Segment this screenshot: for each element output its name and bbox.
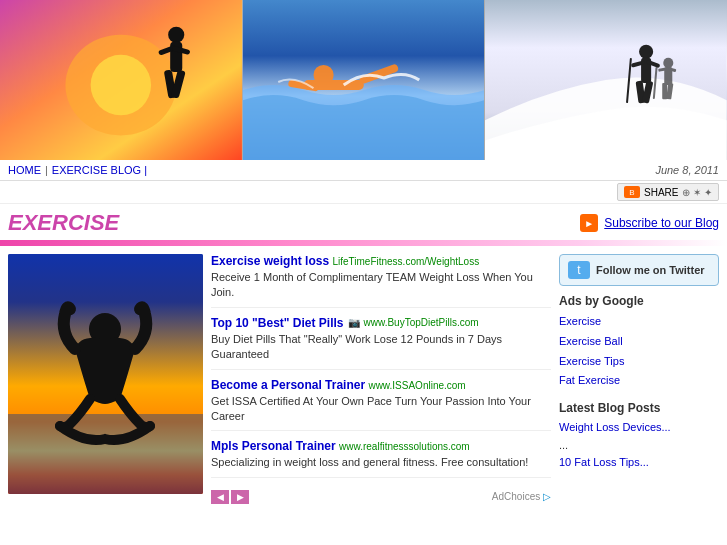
ad-footer: ◀ ▶ AdChoices ▷ <box>211 490 551 504</box>
sidebar-ad-fat-exercise[interactable]: Fat Exercise <box>559 371 719 391</box>
share-icons: ⊕ ✶ ✦ <box>682 187 712 198</box>
sidebar-ad-exercise-ball[interactable]: Exercise Ball <box>559 332 719 352</box>
header-image-hiker <box>485 0 727 160</box>
nav-home[interactable]: HOME <box>8 164 41 176</box>
ad-description-1: Receive 1 Month of Complimentary TEAM We… <box>211 270 551 301</box>
sidebar-ads-title: Ads by Google <box>559 294 719 308</box>
share-label: SHARE <box>644 187 678 198</box>
ad-description-3: Get ISSA Certified At Your Own Pace Turn… <box>211 394 551 425</box>
subscribe-text: Subscribe to our Blog <box>604 216 719 230</box>
sidebar-blog-post-1[interactable]: Weight Loss Devices... <box>559 421 671 433</box>
page-title: EXERCISE <box>8 210 119 236</box>
svg-point-3 <box>168 27 184 43</box>
ad-item-1: Exercise weight loss LifeTimeFitness.com… <box>211 254 551 308</box>
twitter-icon: t <box>568 261 590 279</box>
ad-description-2: Buy Diet Pills That "Really" Work Lose 1… <box>211 332 551 363</box>
ad-title-2[interactable]: Top 10 "Best" Diet Pills <box>211 316 344 330</box>
left-content: Exercise weight loss LifeTimeFitness.com… <box>8 254 551 504</box>
main-content: Exercise weight loss LifeTimeFitness.com… <box>0 246 727 512</box>
ad-next-button[interactable]: ▶ <box>231 490 249 504</box>
ad-choices-label: AdChoices ▷ <box>492 491 551 502</box>
nav-separator-1: | <box>45 164 48 176</box>
ad-description-4: Specializing in weight loss and general … <box>211 455 551 470</box>
ad-choices-arrow-icon: ▷ <box>543 491 551 502</box>
ad-item-2: Top 10 "Best" Diet Pills 📷 www.BuyTopDie… <box>211 316 551 370</box>
header-image-runner <box>0 0 242 160</box>
twitter-text: Follow me on Twitter <box>596 264 705 276</box>
ad-listings: Exercise weight loss LifeTimeFitness.com… <box>211 254 551 504</box>
ad-title-3[interactable]: Become a Personal Trainer <box>211 378 365 392</box>
share-widget[interactable]: B SHARE ⊕ ✶ ✦ <box>617 183 719 201</box>
sidebar-blog-post-2[interactable]: 10 Fat Loss Tips... <box>559 456 649 468</box>
ad-item-4: Mpls Personal Trainer www.realfitnesssol… <box>211 439 551 477</box>
ad-title-4[interactable]: Mpls Personal Trainer <box>211 439 336 453</box>
nav-bar: HOME | EXERCISE BLOG | June 8, 2011 <box>0 160 727 181</box>
ad-prev-button[interactable]: ◀ <box>211 490 229 504</box>
svg-rect-30 <box>8 414 203 494</box>
rss-icon: ► <box>580 214 598 232</box>
header-image-swimmer <box>242 0 486 160</box>
ad-nav: ◀ ▶ <box>211 490 249 504</box>
nav-date: June 8, 2011 <box>655 164 719 176</box>
sidebar-ad-exercise-tips[interactable]: Exercise Tips <box>559 352 719 372</box>
sidebar-blog-section: Latest Blog Posts Weight Loss Devices...… <box>559 401 719 472</box>
right-sidebar: t Follow me on Twitter Ads by Google Exe… <box>559 254 719 504</box>
svg-point-22 <box>664 58 674 68</box>
ad-sponsor-3[interactable]: www.ISSAOnline.com <box>368 380 465 391</box>
nav-blog[interactable]: EXERCISE BLOG | <box>52 164 147 176</box>
header-images <box>0 0 727 160</box>
ad-sponsor-2[interactable]: www.BuyTopDietPills.com <box>364 317 479 328</box>
meditation-image <box>8 254 203 494</box>
share-icon: B <box>624 186 640 198</box>
twitter-box[interactable]: t Follow me on Twitter <box>559 254 719 286</box>
sidebar-blog-title: Latest Blog Posts <box>559 401 719 415</box>
page-title-row: EXERCISE ► Subscribe to our Blog <box>0 204 727 240</box>
nav-links: HOME | EXERCISE BLOG | <box>8 164 147 176</box>
subscribe-link[interactable]: ► Subscribe to our Blog <box>580 214 719 232</box>
ad-title-1[interactable]: Exercise weight loss <box>211 254 329 268</box>
share-bar: B SHARE ⊕ ✶ ✦ <box>0 181 727 204</box>
svg-point-2 <box>91 55 151 115</box>
ad-sponsor-1[interactable]: LifeTimeFitness.com/WeightLoss <box>332 256 479 267</box>
svg-point-15 <box>639 45 653 59</box>
sidebar-ad-exercise[interactable]: Exercise <box>559 312 719 332</box>
sidebar-blog-ellipsis: ... <box>559 437 719 455</box>
ad-item-3: Become a Personal Trainer www.ISSAOnline… <box>211 378 551 432</box>
ad-choices-text: AdChoices <box>492 491 540 502</box>
ad-sponsor-4[interactable]: www.realfitnesssolutions.com <box>339 441 470 452</box>
